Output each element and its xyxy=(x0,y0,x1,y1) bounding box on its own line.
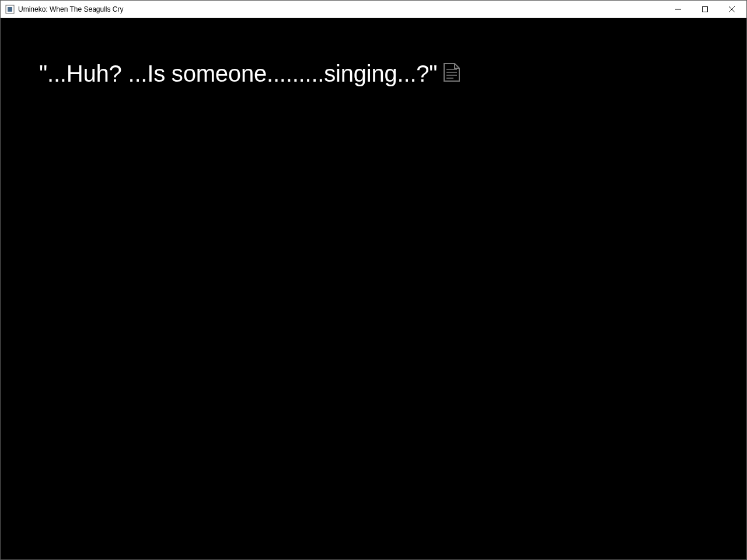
app-window: Umineko: When The Seagulls Cry "...Huh? … xyxy=(0,0,747,560)
window-controls xyxy=(665,1,745,18)
svg-rect-1 xyxy=(8,7,12,12)
window-title: Umineko: When The Seagulls Cry xyxy=(18,5,665,13)
page-advance-icon xyxy=(443,62,460,82)
game-viewport[interactable]: "...Huh? ...Is someone.........singing..… xyxy=(1,18,746,559)
close-button[interactable] xyxy=(718,1,745,18)
maximize-button[interactable] xyxy=(692,1,718,18)
dialogue-text: "...Huh? ...Is someone.........singing..… xyxy=(39,59,437,88)
app-icon xyxy=(5,5,15,14)
titlebar: Umineko: When The Seagulls Cry xyxy=(1,1,746,18)
minimize-button[interactable] xyxy=(665,1,692,18)
svg-rect-3 xyxy=(703,6,708,12)
dialogue-box: "...Huh? ...Is someone.........singing..… xyxy=(39,59,711,88)
